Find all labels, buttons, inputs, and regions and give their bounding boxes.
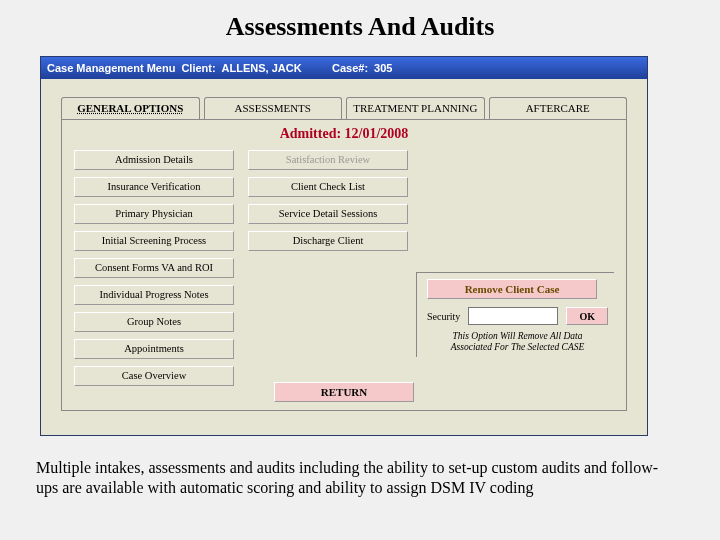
titlebar-client-name: ALLENS, JACK <box>222 62 302 74</box>
tab-general-options[interactable]: GENERAL OPTIONS <box>61 97 200 119</box>
titlebar-case-no: 305 <box>374 62 392 74</box>
btn-discharge-client[interactable]: Discharge Client <box>248 231 408 251</box>
menu-col-2: Satisfaction Review Client Check List Se… <box>248 150 408 258</box>
btn-satisfaction-review[interactable]: Satisfaction Review <box>248 150 408 170</box>
btn-insurance-verification[interactable]: Insurance Verification <box>74 177 234 197</box>
slide-caption: Multiple intakes, assessments and audits… <box>36 458 674 498</box>
slide-caption-wrap: Multiple intakes, assessments and audits… <box>36 458 674 498</box>
admitted-text: Admitted: <box>280 126 341 141</box>
btn-consent-forms[interactable]: Consent Forms VA and ROI <box>74 258 234 278</box>
btn-initial-screening-process[interactable]: Initial Screening Process <box>74 231 234 251</box>
admitted-label: Admitted: 12/01/2008 <box>62 120 626 146</box>
titlebar-menu: Case Management Menu <box>47 62 175 74</box>
titlebar-case-label: Case#: <box>332 62 368 74</box>
security-input[interactable] <box>468 307 558 325</box>
btn-individual-progress-notes[interactable]: Individual Progress Notes <box>74 285 234 305</box>
btn-admission-details[interactable]: Admission Details <box>74 150 234 170</box>
remove-warning: This Option Will Remove All Data Associa… <box>427 331 608 353</box>
remove-client-box: Remove Client Case Security OK This Opti… <box>416 272 614 357</box>
tab-assessments[interactable]: ASSESSMENTS <box>204 97 343 119</box>
security-label: Security <box>427 311 460 322</box>
remove-warning-line1: This Option Will Remove All Data <box>427 331 608 342</box>
btn-service-detail-sessions[interactable]: Service Detail Sessions <box>248 204 408 224</box>
btn-primary-physician[interactable]: Primary Physician <box>74 204 234 224</box>
menu-col-1: Admission Details Insurance Verification… <box>74 150 234 393</box>
admitted-date: 12/01/2008 <box>345 126 409 141</box>
return-button[interactable]: RETURN <box>274 382 414 402</box>
btn-appointments[interactable]: Appointments <box>74 339 234 359</box>
titlebar-client-label: Client: <box>181 62 215 74</box>
tab-panel: Admitted: 12/01/2008 Admission Details I… <box>61 119 627 411</box>
app-window: Case Management Menu Client: ALLENS, JAC… <box>40 56 648 436</box>
window-titlebar: Case Management Menu Client: ALLENS, JAC… <box>41 57 647 79</box>
btn-case-overview[interactable]: Case Overview <box>74 366 234 386</box>
btn-group-notes[interactable]: Group Notes <box>74 312 234 332</box>
tab-treatment-planning[interactable]: TREATMENT PLANNING <box>346 97 485 119</box>
remove-warning-line2: Associated For The Selected CASE <box>427 342 608 353</box>
ok-button[interactable]: OK <box>566 307 608 325</box>
remove-client-case-button[interactable]: Remove Client Case <box>427 279 597 299</box>
tab-row: GENERAL OPTIONS ASSESSMENTS TREATMENT PL… <box>61 97 627 119</box>
tab-aftercare[interactable]: AFTERCARE <box>489 97 628 119</box>
btn-client-check-list[interactable]: Client Check List <box>248 177 408 197</box>
slide-title: Assessments And Audits <box>0 0 720 52</box>
